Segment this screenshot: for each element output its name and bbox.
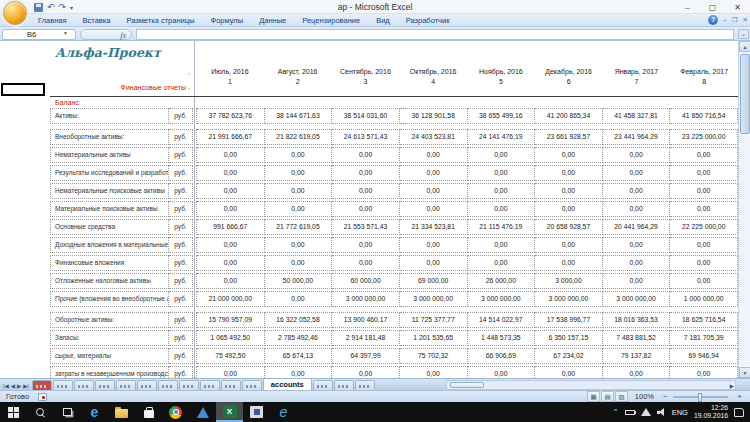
workbook-minimize-icon[interactable]: – xyxy=(723,15,727,25)
value-cell[interactable]: 69 946,94 xyxy=(670,348,738,364)
value-cell[interactable]: 0,00 xyxy=(197,255,265,271)
value-cell[interactable]: 0,00 xyxy=(332,165,400,181)
month-header-cell[interactable]: Август, 20162 xyxy=(264,67,332,87)
value-cell[interactable]: 38 144 671,63 xyxy=(265,108,333,124)
vertical-scrollbar[interactable]: ▲ ▼ xyxy=(738,41,750,378)
row-label-cell[interactable]: Результаты исследований и разработок xyxy=(50,165,169,181)
value-cell[interactable]: 13 900 460,17 xyxy=(332,312,400,328)
value-cell[interactable]: 60 000,00 xyxy=(332,273,400,289)
value-cell[interactable]: 23 441 964,29 xyxy=(603,129,671,145)
search-button[interactable] xyxy=(27,402,54,422)
value-cell[interactable]: 21 772 619,05 xyxy=(265,219,333,235)
value-cell[interactable]: 21 115 476,19 xyxy=(468,219,536,235)
month-header-cell[interactable]: Февраль, 20178 xyxy=(670,67,738,87)
value-cell[interactable]: 0,00 xyxy=(535,183,603,199)
row-unit-cell[interactable]: руб. xyxy=(169,129,193,145)
value-cell[interactable]: 1 201 535,65 xyxy=(400,330,468,346)
app-button[interactable] xyxy=(189,402,216,422)
value-cell[interactable]: 3 000,00 xyxy=(535,273,603,289)
value-cell[interactable]: 0,00 xyxy=(468,255,536,271)
value-cell[interactable]: 0,00 xyxy=(265,291,333,307)
first-sheet-icon[interactable]: |◀ xyxy=(3,383,9,389)
value-cell[interactable]: 0,00 xyxy=(400,255,468,271)
page-break-view-icon[interactable]: ▨ xyxy=(615,391,628,402)
sheet-tab[interactable] xyxy=(355,380,375,390)
value-cell[interactable]: 0,00 xyxy=(332,201,400,217)
month-header-cell[interactable]: Ноябрь, 20165 xyxy=(467,67,535,87)
row-label-cell[interactable]: Прочие (вложения во внеоборотные активы) xyxy=(50,291,169,307)
row-label-cell[interactable]: Основные средства xyxy=(50,219,169,235)
sheet-tab[interactable] xyxy=(116,380,136,390)
sheet-tab[interactable] xyxy=(200,380,220,390)
ribbon-tab-6[interactable]: Вид xyxy=(368,14,398,27)
next-sheet-icon[interactable]: ▶ xyxy=(17,383,21,389)
save-icon[interactable] xyxy=(34,3,43,12)
value-cell[interactable]: 0,00 xyxy=(400,237,468,253)
month-header-cell[interactable]: Июль, 20161 xyxy=(196,67,264,87)
value-cell[interactable]: 37 782 623,76 xyxy=(197,108,265,124)
task-view-button[interactable] xyxy=(54,402,81,422)
sheet-tab[interactable] xyxy=(32,380,52,390)
value-cell[interactable]: 0,00 xyxy=(468,366,536,378)
value-cell[interactable]: 1 065 492,50 xyxy=(197,330,265,346)
record-macro-icon[interactable] xyxy=(38,393,47,401)
sheet-tab[interactable] xyxy=(95,380,115,390)
value-cell[interactable]: 0,00 xyxy=(468,165,536,181)
zoom-slider-thumb[interactable] xyxy=(698,393,702,402)
value-cell[interactable]: 14 514 022,97 xyxy=(468,312,536,328)
row-label-cell[interactable]: Материальные поисковые активы xyxy=(50,201,169,217)
row-unit-cell[interactable]: руб. xyxy=(169,255,193,271)
maximize-button[interactable]: ▢ xyxy=(700,0,725,14)
value-cell[interactable]: 24 403 523,81 xyxy=(400,129,468,145)
wifi-icon[interactable] xyxy=(641,408,651,416)
excel-taskbar-button[interactable]: X xyxy=(216,402,243,422)
value-cell[interactable]: 0,00 xyxy=(400,147,468,163)
value-cell[interactable]: 0,00 xyxy=(603,201,671,217)
value-cell[interactable]: 0,00 xyxy=(670,255,738,271)
row-unit-cell[interactable]: руб. xyxy=(169,108,193,124)
row-label-cell[interactable]: затраты в незавершенном производстве / xyxy=(50,366,169,378)
value-cell[interactable]: 24 141 476,19 xyxy=(468,129,536,145)
vertical-scrollbar-thumb[interactable] xyxy=(740,54,750,134)
value-cell[interactable]: 3 000 000,00 xyxy=(332,291,400,307)
value-cell[interactable]: 0,00 xyxy=(670,165,738,181)
value-cell[interactable]: 65 674,13 xyxy=(265,348,333,364)
value-cell[interactable]: 11 725 377,77 xyxy=(400,312,468,328)
value-cell[interactable]: 0,00 xyxy=(197,273,265,289)
row-unit-cell[interactable]: руб. xyxy=(169,237,193,253)
row-unit-cell[interactable]: руб. xyxy=(169,366,193,378)
internet-explorer-button[interactable]: e xyxy=(270,402,297,422)
ribbon-tab-1[interactable]: Вставка xyxy=(75,14,119,27)
value-cell[interactable]: 6 350 157,15 xyxy=(535,330,603,346)
row-unit-cell[interactable]: руб. xyxy=(169,291,193,307)
value-cell[interactable]: 16 322 052,58 xyxy=(265,312,333,328)
value-cell[interactable]: 79 137,82 xyxy=(603,348,671,364)
value-cell[interactable]: 0,00 xyxy=(468,237,536,253)
edge-button[interactable]: e xyxy=(81,402,108,422)
ribbon-tab-5[interactable]: Рецензирование xyxy=(294,14,368,27)
sheet-tab[interactable] xyxy=(179,380,199,390)
value-cell[interactable]: 69 000,00 xyxy=(400,273,468,289)
value-cell[interactable]: 0,00 xyxy=(332,183,400,199)
value-cell[interactable]: 0,00 xyxy=(535,237,603,253)
value-cell[interactable]: 0,00 xyxy=(197,183,265,199)
value-cell[interactable]: 64 397,99 xyxy=(332,348,400,364)
value-cell[interactable]: 20 441 964,29 xyxy=(603,219,671,235)
value-cell[interactable]: 17 538 996,77 xyxy=(535,312,603,328)
value-cell[interactable]: 75 492,50 xyxy=(197,348,265,364)
value-cell[interactable]: 21 991 666,67 xyxy=(197,129,265,145)
row-label-cell[interactable]: Оборотные активы: xyxy=(50,312,169,328)
month-header-cell[interactable]: Октябрь, 20164 xyxy=(399,67,467,87)
row-label-cell[interactable]: Отложенные налоговые активы xyxy=(50,273,169,289)
redo-icon[interactable]: ↷ xyxy=(59,2,67,12)
value-cell[interactable]: 0,00 xyxy=(197,366,265,378)
value-cell[interactable]: 0,00 xyxy=(603,273,671,289)
value-cell[interactable]: 21 334 523,81 xyxy=(400,219,468,235)
value-cell[interactable]: 0,00 xyxy=(468,201,536,217)
file-explorer-button[interactable] xyxy=(108,402,135,422)
value-cell[interactable]: 18 625 716,54 xyxy=(670,312,738,328)
ribbon-tab-4[interactable]: Данные xyxy=(251,14,294,27)
prev-sheet-icon[interactable]: ◀ xyxy=(11,383,15,389)
row-unit-cell[interactable]: руб. xyxy=(169,165,193,181)
last-sheet-icon[interactable]: ▶| xyxy=(23,383,29,389)
